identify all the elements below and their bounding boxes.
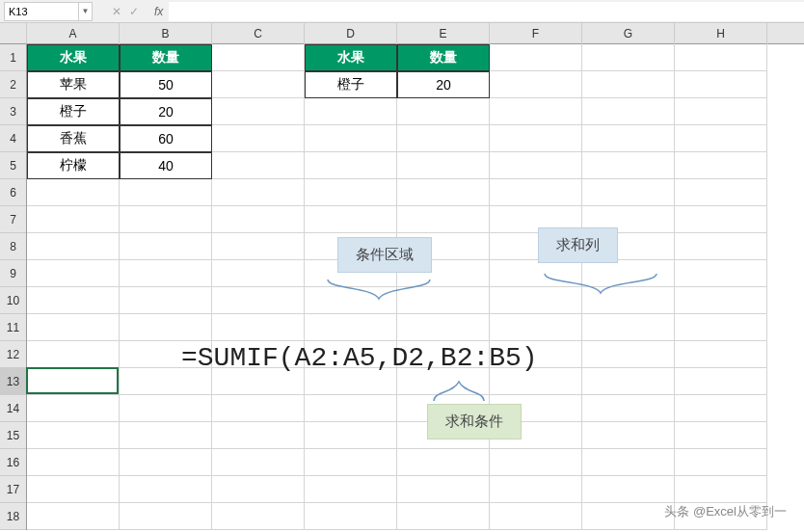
row-header-17[interactable]: 17: [0, 476, 26, 503]
data-cell[interactable]: 水果: [27, 44, 120, 71]
cell[interactable]: [582, 287, 675, 314]
cell[interactable]: [490, 44, 582, 71]
cell[interactable]: [212, 314, 305, 341]
cell[interactable]: [305, 503, 397, 530]
cell[interactable]: [212, 476, 305, 503]
cell[interactable]: [212, 125, 305, 152]
cell[interactable]: [212, 233, 305, 260]
cell[interactable]: [27, 503, 120, 530]
cell[interactable]: [675, 368, 767, 395]
row-header-12[interactable]: 12: [0, 341, 26, 368]
data-cell[interactable]: 苹果: [27, 71, 120, 98]
cell[interactable]: [675, 125, 767, 152]
cell[interactable]: [675, 395, 767, 422]
cell[interactable]: [27, 287, 120, 314]
cell[interactable]: [490, 287, 582, 314]
cell[interactable]: [397, 449, 490, 476]
cell[interactable]: [305, 449, 397, 476]
cell[interactable]: [305, 314, 397, 341]
row-header-13[interactable]: 13: [0, 368, 26, 395]
cell[interactable]: [675, 71, 767, 98]
cell[interactable]: [212, 206, 305, 233]
cell[interactable]: [305, 125, 397, 152]
cell[interactable]: [27, 449, 120, 476]
column-header-F[interactable]: F: [490, 23, 582, 44]
cell[interactable]: [675, 476, 767, 503]
row-header-11[interactable]: 11: [0, 314, 26, 341]
cell[interactable]: [397, 125, 490, 152]
cell[interactable]: [212, 152, 305, 179]
cell[interactable]: [212, 98, 305, 125]
cell[interactable]: [675, 44, 767, 71]
cell[interactable]: [120, 395, 212, 422]
data-cell[interactable]: 水果: [305, 44, 397, 71]
cell[interactable]: [397, 179, 490, 206]
data-cell[interactable]: 60: [120, 125, 212, 152]
cell[interactable]: [582, 71, 675, 98]
cell[interactable]: [397, 206, 490, 233]
name-box-dropdown[interactable]: ▼: [79, 2, 93, 21]
cell[interactable]: [305, 395, 397, 422]
cell[interactable]: [120, 233, 212, 260]
data-cell[interactable]: 香蕉: [27, 125, 120, 152]
cell[interactable]: [212, 44, 305, 71]
select-all-corner[interactable]: [0, 23, 27, 44]
row-header-1[interactable]: 1: [0, 44, 26, 71]
row-header-10[interactable]: 10: [0, 287, 26, 314]
cell[interactable]: [120, 179, 212, 206]
cell[interactable]: [490, 98, 582, 125]
data-cell[interactable]: 柠檬: [27, 152, 120, 179]
cell[interactable]: [582, 314, 675, 341]
column-header-B[interactable]: B: [120, 23, 212, 44]
cell[interactable]: [582, 368, 675, 395]
cell[interactable]: [27, 395, 120, 422]
row-header-2[interactable]: 2: [0, 71, 26, 98]
column-header-G[interactable]: G: [582, 23, 675, 44]
formula-input[interactable]: [169, 2, 804, 21]
cell[interactable]: [212, 503, 305, 530]
cancel-icon[interactable]: ✕: [112, 5, 121, 18]
cell[interactable]: [490, 449, 582, 476]
cell[interactable]: [212, 179, 305, 206]
cell[interactable]: [675, 179, 767, 206]
row-header-7[interactable]: 7: [0, 206, 26, 233]
cell[interactable]: [120, 503, 212, 530]
cell[interactable]: [582, 98, 675, 125]
cell[interactable]: [27, 314, 120, 341]
cell[interactable]: [582, 44, 675, 71]
cell[interactable]: [675, 206, 767, 233]
cell[interactable]: [305, 179, 397, 206]
cell[interactable]: [305, 206, 397, 233]
data-cell[interactable]: 数量: [120, 44, 212, 71]
data-cell[interactable]: 数量: [397, 44, 490, 71]
data-cell[interactable]: 橙子: [305, 71, 397, 98]
cell[interactable]: [27, 206, 120, 233]
cell[interactable]: [397, 314, 490, 341]
cell[interactable]: [27, 422, 120, 449]
cell[interactable]: [120, 206, 212, 233]
column-header-C[interactable]: C: [212, 23, 305, 44]
cell[interactable]: [212, 395, 305, 422]
cell[interactable]: [27, 476, 120, 503]
cell[interactable]: [490, 152, 582, 179]
cell[interactable]: [120, 314, 212, 341]
cell[interactable]: [397, 503, 490, 530]
cell[interactable]: [675, 152, 767, 179]
cell[interactable]: [120, 422, 212, 449]
cell[interactable]: [397, 476, 490, 503]
cell[interactable]: [305, 287, 397, 314]
row-header-14[interactable]: 14: [0, 395, 26, 422]
cell[interactable]: [582, 341, 675, 368]
cell[interactable]: [120, 260, 212, 287]
row-header-3[interactable]: 3: [0, 98, 26, 125]
cell[interactable]: [305, 422, 397, 449]
cell[interactable]: [675, 260, 767, 287]
cell[interactable]: [582, 449, 675, 476]
cell[interactable]: [305, 98, 397, 125]
cell[interactable]: [490, 125, 582, 152]
cell[interactable]: [490, 503, 582, 530]
cell[interactable]: [305, 476, 397, 503]
cell[interactable]: [675, 341, 767, 368]
cell[interactable]: [675, 287, 767, 314]
data-cell[interactable]: 20: [397, 71, 490, 98]
